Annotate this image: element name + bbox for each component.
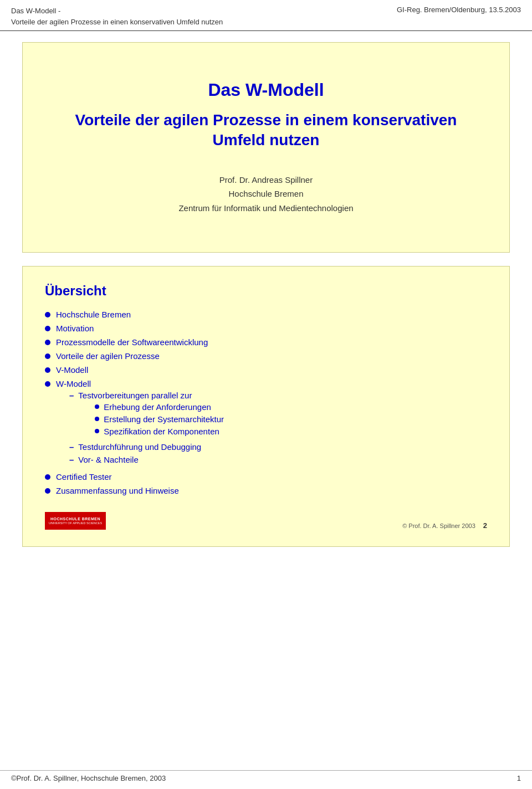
bullet-icon xyxy=(45,353,50,359)
main-title: Das W-Modell xyxy=(208,80,324,100)
list-item-text: Motivation xyxy=(56,324,94,333)
overview-box: Übersicht Hochschule Bremen Motivation P… xyxy=(22,266,510,547)
slide-number: 2 xyxy=(483,521,487,530)
wmodell-label: W-Modell xyxy=(56,379,91,388)
slide-footer: © Prof. Dr. A. Spillner 2003 2 xyxy=(402,521,487,530)
dash-icon: – xyxy=(69,442,74,452)
subsub-item: Spezifikation der Komponenten xyxy=(95,427,224,436)
list-item: Zusammenfassung und Hinweise xyxy=(45,486,487,495)
dash-icon: – xyxy=(69,455,74,464)
certified-tester-text: Certified Tester xyxy=(56,472,112,481)
list-item-text: Zusammenfassung und Hinweise xyxy=(56,486,179,495)
dash-icon: – xyxy=(69,391,74,400)
sub-list-text: Testdurchführung und Debugging xyxy=(78,442,201,452)
testvorbereitungen-group: Testvorbereitungen parallel zur Erhebung… xyxy=(78,391,224,439)
sub-list-text: Vor- & Nachteile xyxy=(78,455,138,464)
sub-list-item: – Testvorbereitungen parallel zur Erhebu… xyxy=(69,391,224,439)
list-item: Vorteile der agilen Prozesse xyxy=(45,351,487,361)
list-item: V-Modell xyxy=(45,365,487,375)
header: Das W-Modell - Vorteile der agilen Proze… xyxy=(0,0,532,31)
copyright-text: © Prof. Dr. A. Spillner 2003 xyxy=(402,522,475,529)
wmodell-sublist: – Testvorbereitungen parallel zur Erhebu… xyxy=(56,391,224,464)
list-item-wmodell: W-Modell – Testvorbereitungen parallel z… xyxy=(45,379,487,468)
page-footer-text: ©Prof. Dr. A. Spillner, Hochschule Breme… xyxy=(11,774,166,782)
page-footer: ©Prof. Dr. A. Spillner, Hochschule Breme… xyxy=(0,770,532,782)
list-item: Prozessmodelle der Softwareentwicklung xyxy=(45,337,487,347)
bullet-icon xyxy=(45,381,50,387)
bullet-icon xyxy=(45,367,50,373)
bullet-icon xyxy=(45,326,50,331)
list-item-text: Prozessmodelle der Softwareentwicklung xyxy=(56,337,208,347)
subsub-text: Erhebung der Anforderungen xyxy=(104,402,211,412)
list-item-text: Hochschule Bremen xyxy=(56,310,131,319)
list-item-text: V-Modell xyxy=(56,365,88,375)
bullet-icon xyxy=(45,340,50,345)
small-bullet-icon xyxy=(95,417,99,421)
bullet-icon xyxy=(45,488,50,494)
subsub-list: Erhebung der Anforderungen Erstellung de… xyxy=(78,402,224,436)
header-left: Das W-Modell - Vorteile der agilen Proze… xyxy=(11,6,223,27)
title-slide-box: Das W-Modell Vorteile der agilen Prozess… xyxy=(22,42,510,253)
overview-title: Übersicht xyxy=(45,283,487,299)
hochschule-logo: HOCHSCHULE BREMEN UNIVERSITY OF APPLIED … xyxy=(45,512,106,530)
bullet-icon xyxy=(45,474,50,480)
sub-list-item: – Testdurchführung und Debugging xyxy=(69,442,224,452)
list-item-text: Vorteile der agilen Prozesse xyxy=(56,351,160,361)
subsub-text: Erstellung der Systemarchitektur xyxy=(104,414,224,424)
header-right: GI-Reg. Bremen/Oldenburg, 13.5.2003 xyxy=(397,6,521,14)
author-line1: Prof. Dr. Andreas Spillner xyxy=(178,173,353,187)
small-bullet-icon xyxy=(95,404,99,409)
list-item: Motivation xyxy=(45,324,487,333)
header-left-line1: Das W-Modell - xyxy=(11,6,223,17)
header-left-line2: Vorteile der agilen Prozesse in einen ko… xyxy=(11,17,223,28)
subsub-item: Erstellung der Systemarchitektur xyxy=(95,414,224,424)
author-info: Prof. Dr. Andreas Spillner Hochschule Br… xyxy=(178,173,353,216)
list-item: Hochschule Bremen xyxy=(45,310,487,319)
sub-list-item: – Vor- & Nachteile xyxy=(69,455,224,464)
footer-logo: HOCHSCHULE BREMEN UNIVERSITY OF APPLIED … xyxy=(45,512,106,530)
small-bullet-icon xyxy=(95,429,99,433)
subsub-item: Erhebung der Anforderungen xyxy=(95,402,224,412)
testvorbereitungen-label: Testvorbereitungen parallel zur xyxy=(78,391,192,400)
bullet-icon xyxy=(45,312,50,317)
subsub-text: Spezifikation der Komponenten xyxy=(104,427,219,436)
logo-text-top: HOCHSCHULE BREMEN xyxy=(50,517,100,521)
subtitle: Vorteile der agilen Prozesse in einem ko… xyxy=(50,110,482,151)
logo-text-bottom: UNIVERSITY OF APPLIED SCIENCES xyxy=(49,521,102,525)
author-line2: Hochschule Bremen xyxy=(178,187,353,201)
wmodell-group: W-Modell – Testvorbereitungen parallel z… xyxy=(56,379,224,468)
page-footer-number: 1 xyxy=(517,774,521,782)
author-line3: Zentrum für Informatik und Medientechnol… xyxy=(178,201,353,216)
overview-list: Hochschule Bremen Motivation Prozessmode… xyxy=(45,310,487,495)
main-content: Das W-Modell Vorteile der agilen Prozess… xyxy=(0,31,532,571)
list-item-certified-tester: Certified Tester xyxy=(45,472,487,481)
